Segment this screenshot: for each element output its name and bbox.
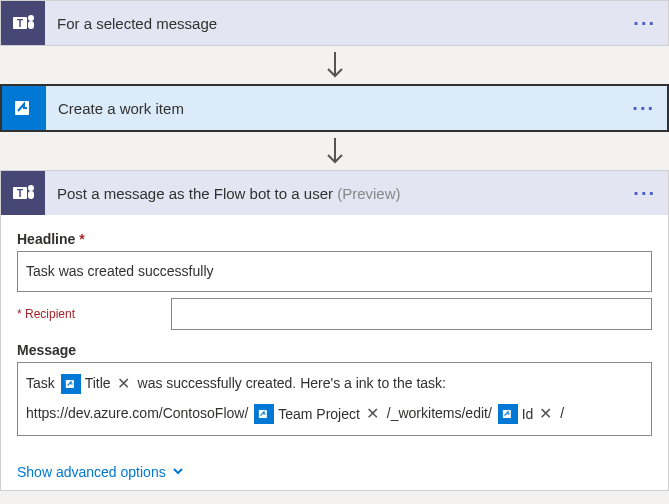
azure-devops-icon <box>498 404 518 424</box>
step3-title: Post a message as the Flow bot to a user… <box>45 185 633 202</box>
arrow-down-icon <box>323 136 347 166</box>
advanced-label: Show advanced options <box>17 464 166 480</box>
step3-menu-button[interactable]: ··· <box>633 182 656 205</box>
azure-devops-icon <box>254 404 274 424</box>
token-id[interactable]: Id ✕ <box>498 399 555 429</box>
step2-menu-button[interactable]: ··· <box>632 97 655 120</box>
step3-header[interactable]: Post a message as the Flow bot to a user… <box>1 171 668 215</box>
azure-devops-icon <box>61 374 81 394</box>
step-post-message: Post a message as the Flow bot to a user… <box>0 170 669 491</box>
connector-arrow <box>0 46 669 84</box>
connector-arrow <box>0 132 669 170</box>
step-create-work-item[interactable]: Create a work item ··· <box>0 84 669 132</box>
message-input[interactable]: Task Title ✕ was successfully created. H… <box>17 362 652 437</box>
token-remove-icon[interactable]: ✕ <box>537 399 554 429</box>
msg-text: https://dev.azure.com/ContosoFlow/ <box>26 405 248 421</box>
step1-title: For a selected message <box>45 15 633 32</box>
step1-menu-button[interactable]: ··· <box>633 12 656 35</box>
token-label: Title <box>85 370 111 397</box>
headline-label: Headline * <box>17 231 652 247</box>
arrow-down-icon <box>323 50 347 80</box>
step3-title-text: Post a message as the Flow bot to a user <box>57 185 337 202</box>
token-title[interactable]: Title ✕ <box>61 369 132 399</box>
step-selected-message[interactable]: For a selected message ··· <box>0 0 669 46</box>
required-marker: * <box>75 231 84 247</box>
recipient-row: * Recipient <box>17 298 652 330</box>
azure-devops-icon <box>2 86 46 130</box>
token-label: Id <box>522 401 534 428</box>
headline-input[interactable]: Task was created successfully <box>17 251 652 292</box>
step1-header[interactable]: For a selected message ··· <box>1 1 668 45</box>
msg-text: was successfully created. Here's a ink t… <box>138 375 446 391</box>
msg-text: Task <box>26 375 55 391</box>
step2-header[interactable]: Create a work item ··· <box>2 86 667 130</box>
token-remove-icon[interactable]: ✕ <box>364 399 381 429</box>
step2-title: Create a work item <box>46 100 632 117</box>
chevron-down-icon <box>172 464 184 480</box>
token-remove-icon[interactable]: ✕ <box>115 369 132 399</box>
token-label: Team Project <box>278 401 360 428</box>
msg-text: / <box>560 405 564 421</box>
show-advanced-options[interactable]: Show advanced options <box>1 450 200 490</box>
teams-icon <box>1 1 45 45</box>
teams-icon <box>1 171 45 215</box>
token-team-project[interactable]: Team Project ✕ <box>254 399 381 429</box>
msg-text: /_workitems/edit/ <box>387 405 492 421</box>
preview-badge: (Preview) <box>337 185 400 202</box>
recipient-label: * Recipient <box>17 307 157 321</box>
message-label: Message <box>17 342 652 358</box>
step3-body: Headline * Task was created successfully… <box>1 215 668 450</box>
recipient-input[interactable] <box>171 298 652 330</box>
headline-value: Task was created successfully <box>26 258 214 285</box>
